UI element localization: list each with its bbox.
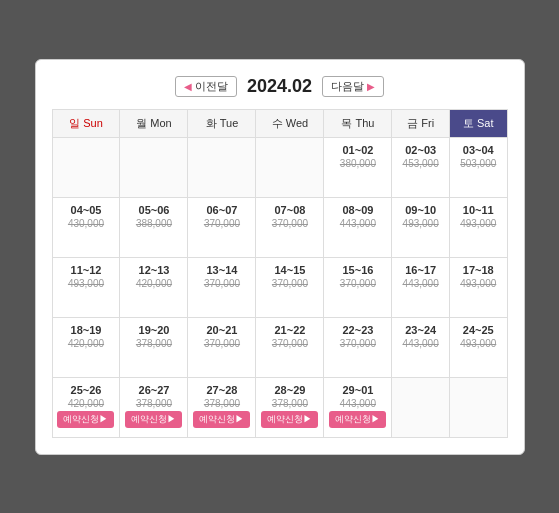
calendar-row: 01~02380,00002~03453,00003~04503,000 xyxy=(52,137,507,197)
prev-label: 이전달 xyxy=(195,79,228,94)
cell-price: 370,000 xyxy=(328,278,387,289)
cell-price: 370,000 xyxy=(192,278,251,289)
table-cell: 14~15370,000 xyxy=(256,257,324,317)
table-cell: 25~26420,000예약신청▶ xyxy=(52,377,120,437)
cell-date: 20~21 xyxy=(192,324,251,336)
col-mon: 월 Mon xyxy=(120,109,188,137)
cell-date: 18~19 xyxy=(57,324,116,336)
cell-price: 493,000 xyxy=(454,338,503,349)
calendar-header: ◀ 이전달 2024.02 다음달 ▶ xyxy=(52,76,508,97)
table-cell: 29~01443,000예약신청▶ xyxy=(324,377,392,437)
cell-date: 27~28 xyxy=(192,384,251,396)
cell-price: 443,000 xyxy=(396,338,445,349)
calendar-row: 11~12493,00012~13420,00013~14370,00014~1… xyxy=(52,257,507,317)
col-wed: 수 Wed xyxy=(256,109,324,137)
table-cell: 13~14370,000 xyxy=(188,257,256,317)
cell-date: 21~22 xyxy=(260,324,319,336)
col-fri: 금 Fri xyxy=(392,109,450,137)
table-cell: 02~03453,000 xyxy=(392,137,450,197)
cell-price: 370,000 xyxy=(260,338,319,349)
cell-date: 25~26 xyxy=(57,384,116,396)
table-cell: 26~27378,000예약신청▶ xyxy=(120,377,188,437)
col-thu: 목 Thu xyxy=(324,109,392,137)
cell-date: 22~23 xyxy=(328,324,387,336)
table-cell: 24~25493,000 xyxy=(449,317,507,377)
cell-date: 12~13 xyxy=(124,264,183,276)
cell-date: 04~05 xyxy=(57,204,116,216)
table-cell: 22~23370,000 xyxy=(324,317,392,377)
cell-price: 493,000 xyxy=(57,278,116,289)
cell-price: 370,000 xyxy=(328,338,387,349)
table-cell: 06~07370,000 xyxy=(188,197,256,257)
table-cell: 08~09443,000 xyxy=(324,197,392,257)
table-cell: 11~12493,000 xyxy=(52,257,120,317)
cell-date: 11~12 xyxy=(57,264,116,276)
cell-price: 378,000 xyxy=(192,398,251,409)
cell-price: 453,000 xyxy=(396,158,445,169)
table-cell: 19~20378,000 xyxy=(120,317,188,377)
cell-price: 493,000 xyxy=(454,218,503,229)
cell-date: 15~16 xyxy=(328,264,387,276)
reserve-button[interactable]: 예약신청▶ xyxy=(261,411,318,428)
cell-price: 420,000 xyxy=(57,338,116,349)
cell-price: 443,000 xyxy=(328,218,387,229)
month-title: 2024.02 xyxy=(247,76,312,97)
table-cell: 04~05430,000 xyxy=(52,197,120,257)
calendar-widget: ◀ 이전달 2024.02 다음달 ▶ 일 Sun 월 Mon 화 Tue 수 … xyxy=(35,59,525,455)
next-label: 다음달 xyxy=(331,79,364,94)
cell-date: 02~03 xyxy=(396,144,445,156)
calendar-row: 18~19420,00019~20378,00020~21370,00021~2… xyxy=(52,317,507,377)
calendar-row: 25~26420,000예약신청▶26~27378,000예약신청▶27~283… xyxy=(52,377,507,437)
cell-price: 378,000 xyxy=(124,338,183,349)
col-tue: 화 Tue xyxy=(188,109,256,137)
cell-price: 420,000 xyxy=(57,398,116,409)
table-cell: 20~21370,000 xyxy=(188,317,256,377)
reserve-button[interactable]: 예약신청▶ xyxy=(193,411,250,428)
cell-price: 443,000 xyxy=(328,398,387,409)
cell-price: 493,000 xyxy=(454,278,503,289)
cell-date: 16~17 xyxy=(396,264,445,276)
table-cell: 05~06388,000 xyxy=(120,197,188,257)
reserve-button[interactable]: 예약신청▶ xyxy=(125,411,182,428)
table-cell: 03~04503,000 xyxy=(449,137,507,197)
cell-date: 17~18 xyxy=(454,264,503,276)
next-month-button[interactable]: 다음달 ▶ xyxy=(322,76,384,97)
table-cell: 27~28378,000예약신청▶ xyxy=(188,377,256,437)
reserve-button[interactable]: 예약신청▶ xyxy=(329,411,386,428)
prev-arrow-icon: ◀ xyxy=(184,81,192,92)
cell-price: 378,000 xyxy=(124,398,183,409)
table-cell: 23~24443,000 xyxy=(392,317,450,377)
cell-date: 01~02 xyxy=(328,144,387,156)
cell-price: 503,000 xyxy=(454,158,503,169)
cell-date: 28~29 xyxy=(260,384,319,396)
col-sat: 토 Sat xyxy=(449,109,507,137)
table-cell xyxy=(449,377,507,437)
cell-date: 24~25 xyxy=(454,324,503,336)
next-arrow-icon: ▶ xyxy=(367,81,375,92)
cell-price: 370,000 xyxy=(192,218,251,229)
reserve-button[interactable]: 예약신청▶ xyxy=(57,411,114,428)
cell-date: 26~27 xyxy=(124,384,183,396)
cell-price: 388,000 xyxy=(124,218,183,229)
calendar-row: 04~05430,00005~06388,00006~07370,00007~0… xyxy=(52,197,507,257)
table-cell xyxy=(188,137,256,197)
table-cell: 21~22370,000 xyxy=(256,317,324,377)
table-cell: 09~10493,000 xyxy=(392,197,450,257)
prev-month-button[interactable]: ◀ 이전달 xyxy=(175,76,237,97)
cell-price: 370,000 xyxy=(192,338,251,349)
table-cell: 16~17443,000 xyxy=(392,257,450,317)
cell-date: 08~09 xyxy=(328,204,387,216)
cell-date: 13~14 xyxy=(192,264,251,276)
table-cell: 07~08370,000 xyxy=(256,197,324,257)
table-cell xyxy=(120,137,188,197)
cell-date: 14~15 xyxy=(260,264,319,276)
cell-date: 23~24 xyxy=(396,324,445,336)
table-cell xyxy=(256,137,324,197)
table-cell xyxy=(52,137,120,197)
table-cell xyxy=(392,377,450,437)
cell-price: 430,000 xyxy=(57,218,116,229)
table-cell: 01~02380,000 xyxy=(324,137,392,197)
table-cell: 28~29378,000예약신청▶ xyxy=(256,377,324,437)
table-cell: 17~18493,000 xyxy=(449,257,507,317)
table-cell: 15~16370,000 xyxy=(324,257,392,317)
